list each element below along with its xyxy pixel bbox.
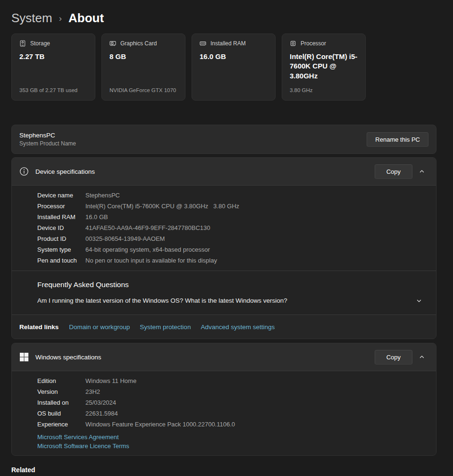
- spec-row-processor: ProcessorIntel(R) Core(TM) i5-7600K CPU …: [37, 201, 428, 212]
- overview-card-detail: NVIDIA GeForce GTX 1070: [109, 87, 177, 94]
- spec-label: Device ID: [37, 224, 85, 231]
- copy-device-specs-button[interactable]: Copy: [375, 164, 412, 179]
- device-specifications-content: Device nameStephensPCProcessorIntel(R) C…: [12, 185, 436, 271]
- spec-value: 00325-80654-13949-AAOEM: [85, 235, 165, 242]
- spec-value: Windows Feature Experience Pack 1000.227…: [85, 421, 235, 428]
- faq-title: Frequently Asked Questions: [37, 280, 422, 289]
- spec-label: Experience: [37, 421, 85, 428]
- breadcrumb-chevron-icon: ›: [59, 12, 62, 24]
- faq-section: Frequently Asked Questions Am I running …: [12, 271, 436, 314]
- overview-card-label: Processor: [301, 40, 326, 47]
- windows-specifications-header[interactable]: Windows specifications Copy: [12, 343, 436, 371]
- cpu-icon: [290, 40, 296, 47]
- device-specifications-title: Device specifications: [35, 168, 95, 175]
- windows-logo-icon: [19, 352, 29, 362]
- overview-card-value: 2.27 TB: [19, 52, 87, 61]
- spec-value: No pen or touch input is available for t…: [85, 257, 217, 264]
- spec-label: Version: [37, 388, 85, 395]
- copy-windows-specs-button[interactable]: Copy: [375, 350, 412, 365]
- spec-label: Edition: [37, 377, 85, 384]
- spec-row-device-name: Device nameStephensPC: [37, 190, 428, 201]
- windows-specifications-title: Windows specifications: [35, 354, 101, 361]
- overview-card-cpu: ProcessorIntel(R) Core(TM) i5-7600K CPU …: [282, 34, 366, 101]
- overview-card-detail: 353 GB of 2.27 TB used: [19, 87, 87, 94]
- spec-value: 23H2: [85, 388, 100, 395]
- storage-icon: [19, 40, 26, 47]
- overview-card-label: Storage: [30, 40, 50, 47]
- spec-label: Device name: [37, 192, 85, 199]
- spec-label: Installed on: [37, 399, 85, 406]
- spec-label: Product ID: [37, 235, 85, 242]
- spec-row-version: Version23H2: [37, 386, 428, 397]
- link-microsoft-services-agreement[interactable]: Microsoft Services Agreement: [37, 433, 428, 442]
- windows-specifications-card: Windows specifications Copy EditionWindo…: [11, 343, 436, 456]
- pc-product-name: System Product Name: [19, 140, 76, 147]
- spec-value: 22631.5984: [85, 410, 118, 417]
- ram-icon: [200, 40, 206, 47]
- windows-specifications-content: EditionWindows 11 HomeVersion23H2Install…: [12, 371, 436, 455]
- overview-cards-row: Storage2.27 TB353 GB of 2.27 TB usedGrap…: [11, 34, 436, 101]
- spec-value: Windows 11 Home: [85, 377, 136, 384]
- overview-card-label-row: Storage: [19, 40, 87, 47]
- related-heading: Related: [11, 466, 436, 474]
- overview-card-value: Intel(R) Core(TM) i5-7600K CPU @ 3.80GHz: [290, 52, 358, 81]
- spec-row-pen-and-touch: Pen and touchNo pen or touch input is av…: [37, 255, 428, 266]
- breadcrumb-about: About: [68, 11, 104, 26]
- faq-question: Am I running the latest version of the W…: [37, 297, 287, 304]
- spec-value: 64-bit operating system, x64-based proce…: [85, 246, 210, 253]
- gpu-icon: [109, 40, 116, 47]
- spec-row-device-id: Device ID41AFAE50-AA9A-46F9-9EFF-2847780…: [37, 222, 428, 233]
- breadcrumb: System › About: [11, 9, 436, 26]
- link-domain-or-workgroup[interactable]: Domain or workgroup: [69, 323, 130, 331]
- spec-label: OS build: [37, 410, 85, 417]
- chevron-down-icon[interactable]: [416, 298, 422, 304]
- related-links-row: Related links Domain or workgroupSystem …: [12, 314, 436, 339]
- overview-card-label: Installed RAM: [210, 40, 246, 47]
- spec-label: Installed RAM: [37, 213, 85, 221]
- spec-label: Processor: [37, 203, 85, 210]
- spec-row-edition: EditionWindows 11 Home: [37, 375, 428, 386]
- chevron-up-icon[interactable]: [412, 164, 431, 178]
- pc-name: StephensPC: [19, 132, 76, 139]
- faq-question-row[interactable]: Am I running the latest version of the W…: [37, 297, 422, 304]
- overview-card-label-row: Installed RAM: [200, 40, 268, 47]
- spec-row-os-build: OS build22631.5984: [37, 408, 428, 419]
- spec-label: Pen and touch: [37, 257, 85, 264]
- spec-value: 25/03/2024: [85, 399, 116, 406]
- settings-about-page: System › About Storage2.27 TB353 GB of 2…: [0, 0, 453, 474]
- rename-pc-button[interactable]: Rename this PC: [367, 132, 428, 147]
- spec-row-product-id: Product ID00325-80654-13949-AAOEM: [37, 233, 428, 244]
- overview-card-storage: Storage2.27 TB353 GB of 2.27 TB used: [11, 34, 95, 101]
- windows-legal-links: Microsoft Services AgreementMicrosoft So…: [37, 433, 428, 450]
- overview-card-detail: [200, 87, 268, 94]
- spec-label: System type: [37, 246, 85, 253]
- link-microsoft-software-licence-terms[interactable]: Microsoft Software Licence Terms: [37, 442, 428, 450]
- link-advanced-system-settings[interactable]: Advanced system settings: [201, 323, 275, 331]
- spec-value: Intel(R) Core(TM) i5-7600K CPU @ 3.80GHz…: [85, 203, 239, 210]
- related-links-group: Domain or workgroupSystem protectionAdva…: [69, 323, 275, 331]
- spec-value: 41AFAE50-AA9A-46F9-9EFF-2847780BC130: [85, 224, 210, 231]
- overview-card-value: 16.0 GB: [200, 52, 268, 61]
- overview-card-label-row: Processor: [290, 40, 358, 47]
- chevron-up-icon[interactable]: [412, 350, 431, 364]
- pc-name-card: StephensPC System Product Name Rename th…: [11, 125, 436, 154]
- spec-row-experience: ExperienceWindows Feature Experience Pac…: [37, 419, 428, 430]
- overview-card-label: Graphics Card: [120, 40, 157, 47]
- link-system-protection[interactable]: System protection: [140, 323, 191, 331]
- overview-card-gpu: Graphics Card8 GBNVIDIA GeForce GTX 1070: [101, 34, 185, 101]
- related-links-label: Related links: [19, 323, 59, 331]
- overview-card-detail: 3.80 GHz: [290, 87, 358, 94]
- overview-card-value: 8 GB: [109, 52, 177, 61]
- spec-value: StephensPC: [85, 192, 120, 199]
- spec-row-installed-ram: Installed RAM16.0 GB: [37, 212, 428, 222]
- device-specifications-header[interactable]: Device specifications Copy: [12, 158, 436, 185]
- spec-row-system-type: System type64-bit operating system, x64-…: [37, 244, 428, 255]
- pc-name-block: StephensPC System Product Name: [19, 132, 76, 147]
- overview-card-label-row: Graphics Card: [109, 40, 177, 47]
- overview-card-ram: Installed RAM16.0 GB: [192, 34, 276, 101]
- breadcrumb-system[interactable]: System: [11, 11, 52, 26]
- spec-value: 16.0 GB: [85, 213, 108, 221]
- spec-row-installed-on: Installed on25/03/2024: [37, 397, 428, 408]
- device-specifications-card: Device specifications Copy Device nameSt…: [11, 157, 436, 339]
- info-icon: [19, 167, 29, 176]
